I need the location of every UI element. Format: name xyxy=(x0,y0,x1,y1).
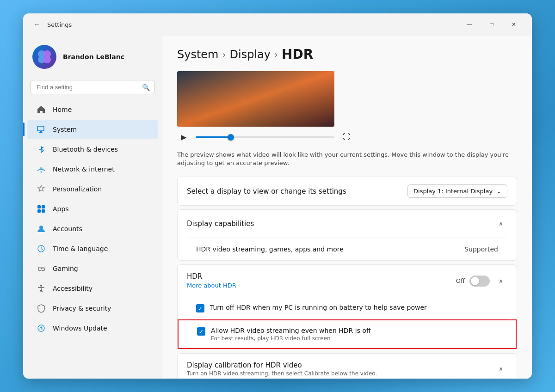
hdr-toggle[interactable] xyxy=(469,276,490,287)
calibration-section: Display calibration for HDR video Turn o… xyxy=(177,353,517,379)
back-icon: ← xyxy=(34,21,40,28)
play-button[interactable]: ▶ xyxy=(177,130,190,143)
hdr-streaming-label: Allow HDR video streaming even when HDR … xyxy=(211,327,497,334)
apps-icon xyxy=(36,204,46,214)
gaming-icon xyxy=(36,263,46,274)
sidebar-item-label-system: System xyxy=(53,126,149,133)
svg-point-3 xyxy=(43,56,51,63)
breadcrumb-display[interactable]: Display xyxy=(230,48,271,61)
home-icon xyxy=(36,104,46,115)
sidebar-item-time[interactable]: Time & language xyxy=(27,239,158,258)
display-capabilities-title: Display capabilities xyxy=(187,220,489,228)
update-icon xyxy=(36,323,46,333)
capabilities-collapse-button[interactable]: ∧ xyxy=(494,217,507,230)
sidebar-item-label-home: Home xyxy=(53,106,149,113)
hdr-link[interactable]: More about HDR xyxy=(187,282,236,289)
sidebar-item-label-bluetooth: Bluetooth & devices xyxy=(53,146,149,153)
titlebar: ← Settings — □ ✕ xyxy=(23,13,532,36)
dropdown-chevron-icon: ⌄ xyxy=(496,188,501,195)
video-progress-fill xyxy=(196,136,230,138)
back-button[interactable]: ← xyxy=(31,18,43,31)
battery-checkbox-label: Turn off HDR when my PC is running on ba… xyxy=(210,304,498,311)
preview-description: The preview shows what video will look l… xyxy=(177,151,517,167)
svg-point-7 xyxy=(41,172,42,173)
hdr-streaming-sublabel: For best results, play HDR video full sc… xyxy=(211,335,497,342)
hdr-info: HDR More about HDR xyxy=(187,272,456,289)
sidebar-item-label-accounts: Accounts xyxy=(53,225,149,233)
sidebar-item-label-privacy: Privacy & security xyxy=(53,305,149,312)
sidebar-item-privacy[interactable]: Privacy & security xyxy=(27,299,158,318)
capability-status: Supported xyxy=(464,245,498,253)
video-preview xyxy=(177,71,334,127)
hdr-header: HDR More about HDR Off ∧ xyxy=(178,265,517,297)
breadcrumb-sep-2: › xyxy=(274,49,278,60)
battery-checkbox-row: ✓ Turn off HDR when my PC is running on … xyxy=(178,297,517,319)
svg-rect-11 xyxy=(42,209,45,213)
video-progress-thumb xyxy=(228,134,234,141)
video-preview-image xyxy=(177,71,334,127)
battery-checkbox[interactable]: ✓ xyxy=(196,304,204,312)
time-icon xyxy=(36,244,46,254)
sidebar: Brandon LeBlanc 🔍 Home xyxy=(23,36,162,379)
hdr-collapse-button[interactable]: ∧ xyxy=(494,275,507,288)
sidebar-item-accounts[interactable]: Accounts xyxy=(27,219,158,239)
hdr-streaming-checkbox-content: Allow HDR video streaming even when HDR … xyxy=(211,327,497,342)
hdr-streaming-check-icon: ✓ xyxy=(199,328,204,335)
hdr-streaming-checkbox[interactable]: ✓ xyxy=(197,327,205,336)
expand-button[interactable]: ⛶ xyxy=(340,130,353,143)
close-icon: ✕ xyxy=(512,21,516,28)
sidebar-item-label-time: Time & language xyxy=(53,245,149,252)
sidebar-item-label-gaming: Gaming xyxy=(53,265,149,272)
hdr-title: HDR xyxy=(187,272,456,281)
display-dropdown[interactable]: Display 1: Internal Display ⌄ xyxy=(407,184,507,198)
video-controls: ▶ ⛶ xyxy=(177,130,517,143)
user-profile: Brandon LeBlanc xyxy=(23,39,162,78)
sidebar-item-update[interactable]: Windows Update xyxy=(27,318,158,338)
search-input[interactable] xyxy=(31,80,154,94)
svg-rect-5 xyxy=(39,132,43,133)
hdr-toggle-thumb xyxy=(471,277,479,285)
settings-window: ← Settings — □ ✕ xyxy=(23,13,532,379)
battery-check-icon: ✓ xyxy=(198,305,203,312)
svg-rect-10 xyxy=(37,209,41,213)
sidebar-item-label-accessibility: Accessibility xyxy=(53,285,149,292)
sidebar-item-label-apps: Apps xyxy=(53,205,149,213)
video-progress-bar[interactable] xyxy=(196,136,334,138)
sidebar-item-accessibility[interactable]: Accessibility xyxy=(27,279,158,298)
system-icon xyxy=(36,124,46,135)
select-display-header: Select a display to view or change its s… xyxy=(178,177,517,205)
calibration-collapse-button[interactable]: ∧ xyxy=(494,362,507,375)
search-box: 🔍 xyxy=(31,80,154,94)
sidebar-item-bluetooth[interactable]: Bluetooth & devices xyxy=(27,140,158,159)
sidebar-item-label-personalization: Personalization xyxy=(53,185,149,193)
hdr-controls: Off ∧ xyxy=(456,275,507,288)
main-content: Brandon LeBlanc 🔍 Home xyxy=(23,36,532,379)
svg-rect-4 xyxy=(37,126,44,131)
accounts-icon xyxy=(36,224,46,234)
minimize-button[interactable]: — xyxy=(459,17,480,32)
window-title: Settings xyxy=(47,21,459,28)
sidebar-item-personalization[interactable]: Personalization xyxy=(27,179,158,199)
sidebar-item-gaming[interactable]: Gaming xyxy=(27,259,158,278)
minimize-icon: — xyxy=(467,21,472,28)
breadcrumb-sep-1: › xyxy=(222,49,226,60)
accessibility-icon xyxy=(36,283,46,294)
display-dropdown-value: Display 1: Internal Display xyxy=(413,188,493,195)
svg-point-16 xyxy=(43,268,43,269)
maximize-button[interactable]: □ xyxy=(481,17,502,32)
close-button[interactable]: ✕ xyxy=(503,17,524,32)
sidebar-item-apps[interactable]: Apps xyxy=(27,199,158,219)
capability-row: HDR video streaming, games, apps and mor… xyxy=(178,238,517,260)
breadcrumb-system[interactable]: System xyxy=(177,48,219,61)
avatar xyxy=(32,45,56,69)
hdr-section: HDR More about HDR Off ∧ ✓ xyxy=(177,264,517,349)
display-capabilities-section: Display capabilities ∧ HDR video streami… xyxy=(177,209,517,261)
sidebar-item-label-network: Network & internet xyxy=(53,165,149,173)
nav-menu: Home System xyxy=(23,100,162,338)
sidebar-item-home[interactable]: Home xyxy=(27,100,158,119)
select-display-label: Select a display to view or change its s… xyxy=(187,187,402,196)
sidebar-item-network[interactable]: Network & internet xyxy=(27,159,158,179)
sidebar-item-system[interactable]: System xyxy=(27,120,158,139)
user-name: Brandon LeBlanc xyxy=(63,53,124,61)
svg-point-17 xyxy=(40,285,42,287)
